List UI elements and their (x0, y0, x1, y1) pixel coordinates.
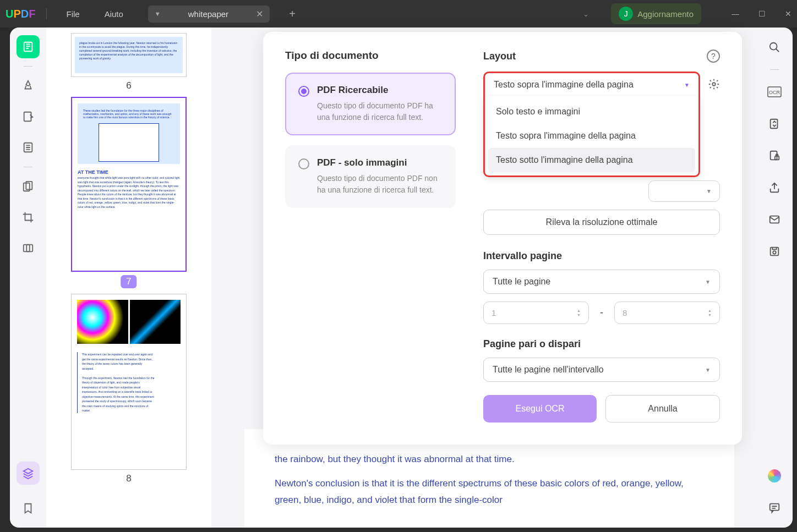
organize-tool[interactable] (17, 175, 40, 198)
chevron-down-icon: ▼ (705, 367, 711, 373)
layout-option-text-images[interactable]: Solo testo e immagini (488, 100, 695, 124)
page-range-select[interactable]: Tutte le pagine ▼ (483, 270, 720, 294)
select-value: Testo sopra l'immagine della pagina (494, 80, 634, 90)
radio-icon (298, 158, 309, 169)
doc-type-searchable[interactable]: PDF Ricercabile Questo tipo di documento… (285, 73, 456, 135)
divider (24, 66, 32, 67)
radio-icon (298, 86, 309, 97)
page-number: 8 (71, 473, 187, 484)
doc-type-title: PDF Ricercabile (317, 85, 443, 96)
chevron-down-icon: ▼ (705, 279, 711, 285)
ocr-panel: Tipo di documento PDF Ricercabile Questo… (263, 32, 742, 445)
edit-tool[interactable] (17, 105, 40, 128)
bookmark-tool[interactable] (17, 497, 40, 520)
convert-icon[interactable] (765, 114, 784, 134)
range-dash: - (600, 307, 603, 319)
update-text: Aggiornamento (637, 9, 694, 19)
menu-help[interactable]: Aiuto (96, 5, 132, 23)
maximize-icon[interactable]: ☐ (758, 9, 766, 18)
email-icon[interactable] (765, 210, 784, 229)
user-avatar: J (619, 7, 633, 21)
crop-tool[interactable] (17, 206, 40, 229)
page-thumbnail-6[interactable]: plague broke out in London the following… (71, 33, 187, 91)
layout-option-text-under[interactable]: Testo sotto l'immagine della pagina (488, 148, 695, 172)
share-icon[interactable] (765, 178, 784, 198)
select-value: Tutte le pagine (493, 277, 550, 287)
add-tab-icon[interactable]: + (289, 8, 296, 20)
odd-even-heading: Pagine pari o dispari (483, 338, 720, 350)
layout-heading: Layout (483, 51, 516, 62)
close-icon[interactable]: ✕ (256, 9, 263, 19)
thumbnail-panel: plague broke out in London the following… (46, 28, 211, 528)
reader-tool[interactable] (17, 35, 40, 58)
ocr-icon[interactable]: OCR (765, 82, 784, 102)
doc-type-title: PDF - solo immagini (317, 157, 443, 168)
app-logo: UPDF (6, 8, 35, 20)
divider (46, 8, 47, 19)
page-number: 6 (71, 80, 187, 91)
svg-point-17 (712, 83, 716, 86)
run-ocr-button[interactable]: Esegui OCR (483, 395, 597, 423)
save-icon[interactable] (765, 242, 784, 261)
chevron-down-icon: ▼ (684, 82, 690, 88)
close-window-icon[interactable]: ✕ (785, 9, 791, 18)
layout-dropdown: Solo testo e immagini Testo sopra l'imma… (483, 96, 700, 177)
titlebar: UPDF File Aiuto ▼ whitepaper ✕ + ⌄ J Agg… (0, 0, 797, 28)
minimize-icon[interactable]: — (732, 9, 739, 18)
page-from-input[interactable]: 1 ▲▼ (483, 301, 589, 324)
search-icon[interactable] (765, 37, 784, 57)
compare-tool[interactable] (17, 237, 40, 260)
spinner-up-icon[interactable]: ▲ (708, 309, 712, 312)
svg-rect-10 (771, 119, 778, 129)
highlight-tool[interactable] (17, 74, 40, 97)
page-thumbnail-8[interactable]: This experiment can be repeated over and… (71, 294, 187, 484)
doc-type-heading: Tipo di documento (285, 50, 456, 62)
tab-title: whitepaper (177, 9, 239, 19)
right-toolbar: OCR (756, 28, 793, 528)
resolution-value[interactable]: 300▼ (648, 180, 720, 202)
layout-option-text-over[interactable]: Testo sopra l'immagine della pagina (488, 124, 695, 148)
svg-text:OCR: OCR (769, 90, 780, 95)
spinner-up-icon[interactable]: ▲ (577, 309, 581, 312)
pages-tool[interactable] (17, 136, 40, 159)
divider (24, 167, 32, 167)
doc-type-desc: Questo tipo di documento PDF non ha una … (317, 173, 443, 196)
chevron-down-icon: ▼ (706, 188, 712, 194)
protect-icon[interactable] (765, 146, 784, 166)
select-value: Tutte le pagine nell'intervallo (493, 365, 604, 375)
doc-text: Newton's conclusion is that it is the di… (275, 475, 704, 508)
svg-rect-16 (770, 504, 779, 511)
doc-type-image-only[interactable]: PDF - solo immagini Questo tipo di docum… (285, 145, 456, 208)
left-toolbar (10, 28, 46, 528)
detect-resolution-button[interactable]: Rileva la risoluzione ottimale (483, 210, 720, 235)
layers-tool[interactable] (17, 462, 40, 485)
doc-type-desc: Questo tipo di documento PDF ha una funz… (317, 100, 443, 123)
help-icon[interactable]: ? (707, 50, 720, 63)
page-thumbnail-7[interactable]: These studies laid the foundation for th… (71, 97, 187, 288)
page-to-input[interactable]: 8 ▲▼ (614, 301, 720, 324)
tab-dropdown-icon[interactable]: ▼ (155, 10, 161, 17)
page-number: 7 (121, 275, 137, 288)
spinner-down-icon[interactable]: ▼ (708, 313, 712, 317)
odd-even-select[interactable]: Tutte le pagine nell'intervallo ▼ (483, 358, 720, 382)
cancel-button[interactable]: Annulla (605, 395, 720, 423)
doc-text: the rainbow, but they thought it was abn… (275, 451, 704, 468)
svg-rect-1 (24, 112, 31, 122)
update-badge[interactable]: J Aggiornamento (611, 3, 701, 24)
svg-point-7 (770, 43, 777, 50)
comment-icon[interactable] (765, 498, 784, 518)
window-controls: — ☐ ✕ (732, 9, 791, 18)
svg-point-15 (773, 251, 776, 254)
chevron-down-icon[interactable]: ⌄ (583, 10, 589, 18)
document-tab[interactable]: ▼ whitepaper ✕ (148, 6, 270, 23)
page-range-heading: Intervallo pagine (483, 250, 720, 262)
layout-select[interactable]: Testo sopra l'immagine della pagina ▼ (483, 72, 700, 96)
spinner-down-icon[interactable]: ▼ (577, 313, 581, 317)
divider (770, 69, 779, 70)
gear-icon[interactable] (708, 78, 720, 90)
menu-file[interactable]: File (58, 5, 88, 23)
ai-icon[interactable] (765, 466, 784, 486)
